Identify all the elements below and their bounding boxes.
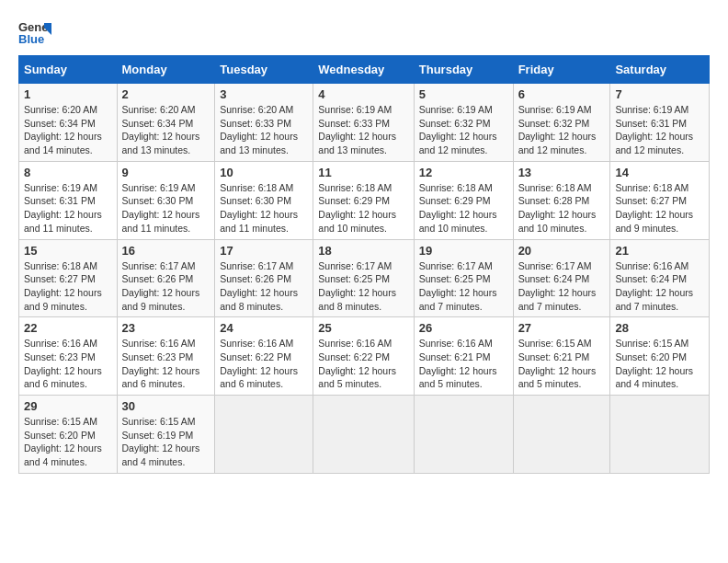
logo: General Blue [18,18,51,46]
day-info: Sunrise: 6:18 AMSunset: 6:28 PMDaylight:… [518,181,606,236]
day-number: 27 [518,321,606,335]
day-info: Sunrise: 6:16 AMSunset: 6:24 PMDaylight:… [615,259,704,314]
day-info: Sunrise: 6:17 AMSunset: 6:26 PMDaylight:… [220,259,308,314]
day-cell-1: 1Sunrise: 6:20 AMSunset: 6:34 PMDaylight… [19,84,118,162]
calendar-week-3: 15Sunrise: 6:18 AMSunset: 6:27 PMDayligh… [19,239,710,317]
day-number: 6 [518,87,606,101]
day-cell-17: 17Sunrise: 6:17 AMSunset: 6:26 PMDayligh… [215,239,313,317]
day-number: 21 [615,244,704,258]
day-info: Sunrise: 6:18 AMSunset: 6:27 PMDaylight:… [615,181,704,236]
day-cell-18: 18Sunrise: 6:17 AMSunset: 6:25 PMDayligh… [313,239,414,317]
day-info: Sunrise: 6:18 AMSunset: 6:29 PMDaylight:… [419,181,508,236]
column-header-tuesday: Tuesday [215,56,313,84]
day-number: 2 [122,87,210,101]
day-number: 10 [220,166,308,179]
day-cell-23: 23Sunrise: 6:16 AMSunset: 6:23 PMDayligh… [117,317,215,396]
empty-cell [215,396,313,474]
day-number: 13 [518,166,606,179]
day-number: 5 [419,87,508,101]
day-number: 23 [122,321,210,335]
day-cell-29: 29Sunrise: 6:15 AMSunset: 6:20 PMDayligh… [19,396,118,474]
column-header-friday: Friday [513,56,610,84]
day-info: Sunrise: 6:15 AMSunset: 6:20 PMDaylight:… [615,337,704,391]
day-cell-25: 25Sunrise: 6:16 AMSunset: 6:22 PMDayligh… [313,317,414,396]
day-cell-3: 3Sunrise: 6:20 AMSunset: 6:33 PMDaylight… [215,84,313,162]
day-number: 16 [122,244,210,258]
day-info: Sunrise: 6:16 AMSunset: 6:22 PMDaylight:… [220,337,308,391]
column-header-sunday: Sunday [19,56,118,84]
empty-cell [513,396,610,474]
day-cell-20: 20Sunrise: 6:17 AMSunset: 6:24 PMDayligh… [513,239,610,317]
day-info: Sunrise: 6:19 AMSunset: 6:30 PMDaylight:… [122,181,210,236]
calendar-week-5: 29Sunrise: 6:15 AMSunset: 6:20 PMDayligh… [19,396,710,474]
day-cell-14: 14Sunrise: 6:18 AMSunset: 6:27 PMDayligh… [610,161,710,239]
day-info: Sunrise: 6:20 AMSunset: 6:34 PMDaylight:… [122,103,210,157]
day-cell-6: 6Sunrise: 6:19 AMSunset: 6:32 PMDaylight… [513,84,610,162]
column-header-saturday: Saturday [610,56,710,84]
day-cell-19: 19Sunrise: 6:17 AMSunset: 6:25 PMDayligh… [414,239,513,317]
day-info: Sunrise: 6:17 AMSunset: 6:26 PMDaylight:… [122,259,210,314]
calendar-week-1: 1Sunrise: 6:20 AMSunset: 6:34 PMDaylight… [19,84,710,162]
day-cell-12: 12Sunrise: 6:18 AMSunset: 6:29 PMDayligh… [414,161,513,239]
day-cell-8: 8Sunrise: 6:19 AMSunset: 6:31 PMDaylight… [19,161,118,239]
day-cell-22: 22Sunrise: 6:16 AMSunset: 6:23 PMDayligh… [19,317,118,396]
day-number: 24 [220,321,308,335]
day-cell-11: 11Sunrise: 6:18 AMSunset: 6:29 PMDayligh… [313,161,414,239]
day-number: 1 [24,87,112,101]
day-info: Sunrise: 6:17 AMSunset: 6:24 PMDaylight:… [518,259,606,314]
column-header-wednesday: Wednesday [313,56,414,84]
empty-cell [414,396,513,474]
day-cell-26: 26Sunrise: 6:16 AMSunset: 6:21 PMDayligh… [414,317,513,396]
day-number: 15 [24,244,112,258]
day-number: 29 [24,399,112,413]
day-info: Sunrise: 6:16 AMSunset: 6:23 PMDaylight:… [122,337,210,391]
day-info: Sunrise: 6:18 AMSunset: 6:27 PMDaylight:… [24,259,112,314]
day-info: Sunrise: 6:18 AMSunset: 6:30 PMDaylight:… [220,181,308,236]
day-info: Sunrise: 6:18 AMSunset: 6:29 PMDaylight:… [318,181,408,236]
day-cell-30: 30Sunrise: 6:15 AMSunset: 6:19 PMDayligh… [117,396,215,474]
day-info: Sunrise: 6:19 AMSunset: 6:32 PMDaylight:… [518,103,606,157]
column-header-thursday: Thursday [414,56,513,84]
day-cell-10: 10Sunrise: 6:18 AMSunset: 6:30 PMDayligh… [215,161,313,239]
day-info: Sunrise: 6:20 AMSunset: 6:34 PMDaylight:… [24,103,112,157]
day-cell-2: 2Sunrise: 6:20 AMSunset: 6:34 PMDaylight… [117,84,215,162]
day-cell-28: 28Sunrise: 6:15 AMSunset: 6:20 PMDayligh… [610,317,710,396]
day-info: Sunrise: 6:15 AMSunset: 6:20 PMDaylight:… [24,415,112,469]
day-number: 28 [615,321,704,335]
day-number: 19 [419,244,508,258]
day-info: Sunrise: 6:16 AMSunset: 6:23 PMDaylight:… [24,337,112,391]
day-info: Sunrise: 6:19 AMSunset: 6:31 PMDaylight:… [24,181,112,236]
page-header: General Blue [18,18,710,46]
day-info: Sunrise: 6:20 AMSunset: 6:33 PMDaylight:… [220,103,308,157]
day-cell-7: 7Sunrise: 6:19 AMSunset: 6:31 PMDaylight… [610,84,710,162]
day-number: 8 [24,166,112,179]
empty-cell [313,396,414,474]
day-info: Sunrise: 6:15 AMSunset: 6:19 PMDaylight:… [122,415,210,469]
day-cell-24: 24Sunrise: 6:16 AMSunset: 6:22 PMDayligh… [215,317,313,396]
day-number: 17 [220,244,308,258]
day-cell-27: 27Sunrise: 6:15 AMSunset: 6:21 PMDayligh… [513,317,610,396]
day-number: 12 [419,166,508,179]
day-info: Sunrise: 6:17 AMSunset: 6:25 PMDaylight:… [419,259,508,314]
day-cell-13: 13Sunrise: 6:18 AMSunset: 6:28 PMDayligh… [513,161,610,239]
day-info: Sunrise: 6:19 AMSunset: 6:31 PMDaylight:… [615,103,704,157]
svg-text:Blue: Blue [18,32,44,46]
day-number: 22 [24,321,112,335]
day-number: 11 [318,166,408,179]
day-info: Sunrise: 6:16 AMSunset: 6:21 PMDaylight:… [419,337,508,391]
day-cell-5: 5Sunrise: 6:19 AMSunset: 6:32 PMDaylight… [414,84,513,162]
day-number: 14 [615,166,704,179]
day-cell-4: 4Sunrise: 6:19 AMSunset: 6:33 PMDaylight… [313,84,414,162]
day-number: 9 [122,166,210,179]
day-cell-15: 15Sunrise: 6:18 AMSunset: 6:27 PMDayligh… [19,239,118,317]
day-number: 20 [518,244,606,258]
day-number: 25 [318,321,408,335]
day-info: Sunrise: 6:16 AMSunset: 6:22 PMDaylight:… [318,337,408,391]
day-number: 18 [318,244,408,258]
day-cell-21: 21Sunrise: 6:16 AMSunset: 6:24 PMDayligh… [610,239,710,317]
column-header-monday: Monday [117,56,215,84]
day-number: 30 [122,399,210,413]
day-number: 26 [419,321,508,335]
day-info: Sunrise: 6:19 AMSunset: 6:33 PMDaylight:… [318,103,408,157]
calendar-week-4: 22Sunrise: 6:16 AMSunset: 6:23 PMDayligh… [19,317,710,396]
